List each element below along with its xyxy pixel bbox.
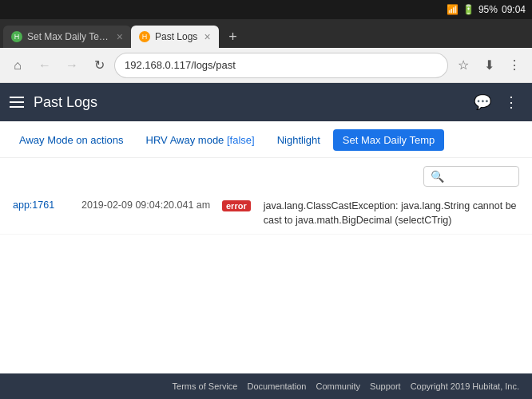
search-area: 🔍: [0, 158, 532, 190]
browser-tab-past-logs[interactable]: H Past Logs ×: [131, 26, 219, 48]
tab-away-mode[interactable]: Away Mode on actions: [10, 129, 133, 151]
download-button[interactable]: ⬇: [478, 54, 500, 77]
status-icons: 📶 🔋 95% 09:04: [447, 4, 526, 15]
tab-set-max-daily-temp[interactable]: Set Max Daily Temp: [333, 129, 444, 151]
time-display: 09:04: [502, 4, 526, 15]
refresh-button[interactable]: ↻: [88, 54, 110, 77]
tab-close-1[interactable]: ×: [117, 30, 123, 43]
hamburger-menu[interactable]: [10, 97, 24, 108]
footer: Terms of Service Documentation Community…: [0, 373, 532, 399]
header-icons: 💬 ⋮: [471, 91, 522, 113]
address-bar: ⌂ ← → ↻ ☆ ⬇ ⋮: [0, 48, 532, 83]
tab-hrv-away[interactable]: HRV Away mode [false]: [137, 129, 264, 151]
tab-favicon-2: H: [139, 31, 150, 42]
tab-nightlight[interactable]: Nightlight: [268, 129, 330, 151]
log-level-badge: error: [222, 200, 251, 211]
chat-icon[interactable]: 💬: [471, 91, 494, 113]
table-row: app:1761 2019-02-09 09:04:20.041 am erro…: [0, 193, 532, 235]
battery-icon: 🔋: [463, 4, 474, 15]
footer-support[interactable]: Support: [370, 381, 401, 391]
log-timestamp: 2019-02-09 09:04:20.041 am: [81, 200, 209, 211]
new-tab-button[interactable]: +: [222, 26, 244, 48]
tab-label-1: Set Max Daily Temp: [27, 31, 110, 42]
main-content: Away Mode on actions HRV Away mode [fals…: [0, 121, 532, 373]
hamburger-line-3: [10, 106, 24, 108]
tab-label-2: Past Logs: [155, 31, 197, 42]
battery-level: 95%: [478, 4, 498, 15]
browser-tab-set-max[interactable]: H Set Max Daily Temp ×: [3, 26, 131, 48]
toolbar-right: ☆ ⬇ ⋮: [452, 54, 526, 77]
log-app-id: app:1761: [13, 200, 69, 211]
tab-favicon-1: H: [11, 31, 22, 42]
app-header: Past Logs 💬 ⋮: [0, 83, 532, 121]
browser-menu-button[interactable]: ⋮: [503, 54, 526, 77]
url-input[interactable]: [115, 53, 447, 77]
footer-community[interactable]: Community: [316, 381, 360, 391]
page-title: Past Logs: [34, 94, 462, 111]
status-bar: 📶 🔋 95% 09:04: [0, 0, 532, 19]
hamburger-line-1: [10, 97, 24, 98]
false-badge: [false]: [227, 134, 255, 146]
footer-terms[interactable]: Terms of Service: [173, 381, 238, 391]
tab-close-2[interactable]: ×: [204, 30, 210, 43]
footer-copyright: Copyright 2019 Hubitat, Inc.: [411, 381, 519, 391]
log-area: app:1761 2019-02-09 09:04:20.041 am erro…: [0, 190, 532, 373]
search-box: 🔍: [423, 166, 519, 187]
hamburger-line-2: [10, 101, 24, 103]
back-button[interactable]: ←: [34, 54, 56, 77]
search-input[interactable]: [447, 171, 511, 183]
app-menu-icon[interactable]: ⋮: [500, 91, 522, 113]
tabs-nav: Away Mode on actions HRV Away mode [fals…: [0, 121, 532, 158]
bookmark-button[interactable]: ☆: [452, 54, 474, 77]
browser-tab-bar: H Set Max Daily Temp × H Past Logs × +: [0, 19, 532, 48]
footer-docs[interactable]: Documentation: [247, 381, 306, 391]
forward-button[interactable]: →: [61, 54, 83, 77]
wifi-icon: 📶: [447, 4, 459, 15]
home-button[interactable]: ⌂: [6, 54, 29, 77]
log-message-text: java.lang.ClassCastException: java.lang.…: [264, 200, 519, 227]
search-icon: 🔍: [431, 170, 444, 183]
